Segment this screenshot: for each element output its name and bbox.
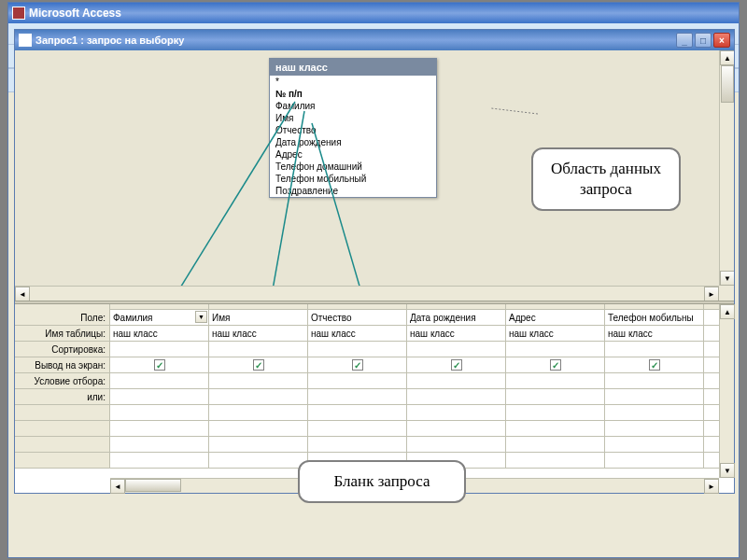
callout-design-grid: Бланк запроса xyxy=(298,460,466,503)
grid-row-empty xyxy=(15,421,719,437)
sort-cell[interactable] xyxy=(308,342,407,357)
app-titlebar[interactable]: Microsoft Access xyxy=(8,3,739,23)
grid-row-field: Поле: Фамилия▼ Имя Отчество Дата рождени… xyxy=(15,310,719,326)
query-window: Запрос1 : запрос на выборку _ □ × наш кл… xyxy=(14,29,735,494)
grid-row-sort: Сортировка: xyxy=(15,342,719,357)
grid-row-criteria: Условие отбора: xyxy=(15,373,719,389)
field-cell[interactable]: Отчество xyxy=(308,310,407,325)
show-cell[interactable]: ✓ xyxy=(605,357,704,372)
show-cell[interactable]: ✓ xyxy=(506,357,605,372)
query-title: Запрос1 : запрос на выборку xyxy=(35,35,184,46)
scroll-down-icon[interactable]: ▼ xyxy=(720,271,734,286)
table-cell[interactable]: наш класс xyxy=(407,326,506,341)
app-title: Microsoft Access xyxy=(29,7,121,20)
query-icon xyxy=(19,34,32,47)
field-cell[interactable]: Дата рождения xyxy=(407,310,506,325)
sort-cell[interactable] xyxy=(110,342,209,357)
sort-cell[interactable] xyxy=(209,342,308,357)
table-cell[interactable]: наш класс xyxy=(209,326,308,341)
grid-row-or: или: xyxy=(15,389,719,405)
show-cell[interactable]: ✓ xyxy=(308,357,407,372)
label-criteria: Условие отбора: xyxy=(15,373,110,388)
show-checkbox[interactable]: ✓ xyxy=(451,359,462,371)
minimize-button[interactable]: _ xyxy=(676,33,693,48)
field-greeting[interactable]: Поздравление xyxy=(270,185,436,197)
field-star[interactable]: * xyxy=(270,76,436,88)
criteria-cell[interactable] xyxy=(110,373,209,388)
show-checkbox[interactable]: ✓ xyxy=(649,359,660,371)
table-cell[interactable]: наш класс xyxy=(308,326,407,341)
scroll-up-icon[interactable]: ▲ xyxy=(720,304,735,319)
scroll-thumb[interactable] xyxy=(125,479,181,492)
grid-row-empty xyxy=(15,437,719,453)
show-checkbox[interactable]: ✓ xyxy=(154,359,165,371)
field-mobile-phone[interactable]: Телефон мобильный xyxy=(270,173,436,185)
show-cell[interactable]: ✓ xyxy=(407,357,506,372)
show-checkbox[interactable]: ✓ xyxy=(352,359,363,371)
or-cell[interactable] xyxy=(308,389,407,404)
callout-data-area: Область данных запроса xyxy=(531,147,681,211)
criteria-cell[interactable] xyxy=(209,373,308,388)
main-window: Microsoft Access Файл Правка Вид Вставка… xyxy=(7,2,740,558)
field-np[interactable]: № п/п xyxy=(270,88,436,100)
upper-hscroll[interactable]: ◄ ► xyxy=(15,286,719,301)
scroll-left-icon[interactable]: ◄ xyxy=(15,287,30,301)
show-checkbox[interactable]: ✓ xyxy=(253,359,264,371)
close-button[interactable]: × xyxy=(713,33,730,48)
criteria-cell[interactable] xyxy=(308,373,407,388)
scroll-down-icon[interactable]: ▼ xyxy=(720,463,735,478)
label-show: Вывод на экран: xyxy=(15,357,110,372)
field-name[interactable]: Имя xyxy=(270,112,436,124)
scroll-right-icon[interactable]: ► xyxy=(704,479,719,494)
show-checkbox[interactable]: ✓ xyxy=(550,359,561,371)
upper-vscroll[interactable]: ▲ ▼ xyxy=(719,50,734,286)
app-icon xyxy=(12,7,25,20)
scroll-right-icon[interactable]: ► xyxy=(704,287,719,301)
or-cell[interactable] xyxy=(209,389,308,404)
svg-line-22 xyxy=(491,108,538,114)
maximize-button[interactable]: □ xyxy=(695,33,712,48)
sort-cell[interactable] xyxy=(605,342,704,357)
or-cell[interactable] xyxy=(407,389,506,404)
scroll-thumb[interactable] xyxy=(721,65,734,103)
label-table: Имя таблицы: xyxy=(15,326,110,341)
lower-vscroll[interactable]: ▲ ▼ xyxy=(719,304,734,478)
criteria-cell[interactable] xyxy=(605,373,704,388)
field-surname[interactable]: Фамилия xyxy=(270,100,436,112)
field-home-phone[interactable]: Телефон домашний xyxy=(270,161,436,173)
or-cell[interactable] xyxy=(506,389,605,404)
grid-row-show: Вывод на экран: ✓ ✓ ✓ ✓ ✓ ✓ xyxy=(15,357,719,373)
sort-cell[interactable] xyxy=(506,342,605,357)
field-cell[interactable]: Фамилия▼ xyxy=(110,310,209,325)
table-box[interactable]: наш класс * № п/п Фамилия Имя Отчество Д… xyxy=(269,58,437,198)
label-or: или: xyxy=(15,389,110,404)
field-cell[interactable]: Телефон мобильны xyxy=(605,310,704,325)
table-cell[interactable]: наш класс xyxy=(110,326,209,341)
field-address[interactable]: Адрес xyxy=(270,148,436,161)
criteria-cell[interactable] xyxy=(407,373,506,388)
table-cell[interactable]: наш класс xyxy=(506,326,605,341)
grid-row-table: Имя таблицы: наш класс наш класс наш кла… xyxy=(15,326,719,342)
dropdown-caret-icon[interactable]: ▼ xyxy=(195,311,207,323)
table-cell[interactable]: наш класс xyxy=(605,326,704,341)
scroll-up-icon[interactable]: ▲ xyxy=(720,50,734,65)
scroll-left-icon[interactable]: ◄ xyxy=(110,479,125,494)
sort-cell[interactable] xyxy=(407,342,506,357)
show-cell[interactable]: ✓ xyxy=(110,357,209,372)
criteria-cell[interactable] xyxy=(506,373,605,388)
field-patronymic[interactable]: Отчество xyxy=(270,124,436,136)
field-cell[interactable]: Имя xyxy=(209,310,308,325)
field-birthdate[interactable]: Дата рождения xyxy=(270,136,436,148)
table-box-title[interactable]: наш класс xyxy=(270,59,436,76)
grid-row-empty xyxy=(15,405,719,421)
field-cell[interactable]: Адрес xyxy=(506,310,605,325)
or-cell[interactable] xyxy=(110,389,209,404)
or-cell[interactable] xyxy=(605,389,704,404)
show-cell[interactable]: ✓ xyxy=(209,357,308,372)
label-field: Поле: xyxy=(15,310,110,325)
query-titlebar[interactable]: Запрос1 : запрос на выборку _ □ × xyxy=(15,30,734,50)
label-sort: Сортировка: xyxy=(15,342,110,357)
